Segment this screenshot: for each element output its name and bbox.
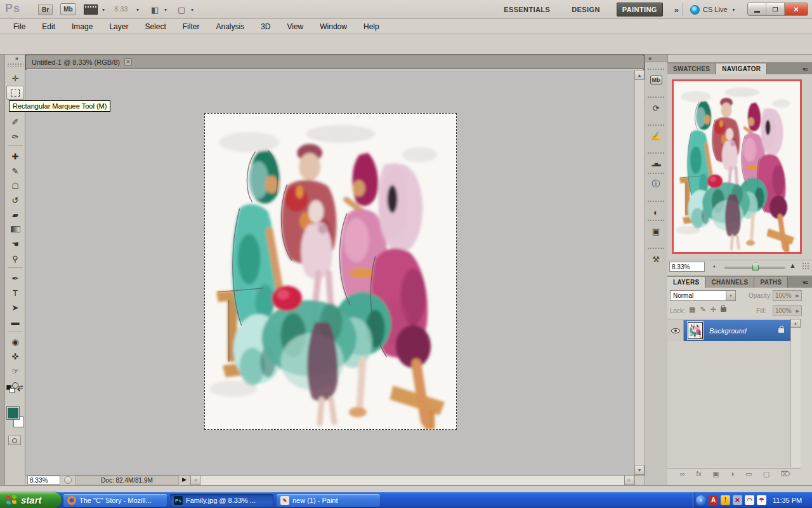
layers-panel-menu-icon[interactable]: ▾≡ — [802, 279, 812, 288]
workspace-painting[interactable]: PAINTING — [617, 3, 663, 17]
zoom-level-value[interactable]: 8.33 — [114, 5, 128, 13]
eraser-tool[interactable]: ▰ — [8, 208, 23, 222]
history-panel-icon[interactable]: ⟳ — [648, 100, 664, 116]
task-photoshop[interactable]: PsFamily.jpg @ 8.33% ... — [170, 494, 273, 507]
navigator-panel-menu-icon[interactable]: ▾≡ — [802, 66, 812, 74]
opacity-value-box[interactable]: 100% ▶ — [773, 290, 802, 301]
dock-expand-icon[interactable]: « — [648, 55, 652, 62]
menu-3d[interactable]: 3D — [252, 20, 278, 34]
document-tab-0[interactable]: Untitled-1 @ 8.33% (RGB/8)✕ — [25, 55, 645, 69]
status-options-arrow-icon[interactable]: ▶ — [182, 476, 187, 483]
history-brush-tool[interactable]: ↺ — [8, 193, 23, 207]
brush-tool[interactable]: ✎ — [8, 164, 23, 178]
rectangular-marquee-tool[interactable] — [6, 86, 24, 100]
menu-analysis[interactable]: Analysis — [207, 20, 252, 34]
delete-layer-icon[interactable]: ⌦ — [780, 470, 790, 478]
lock-pixels-icon[interactable]: ✎ — [700, 305, 705, 314]
dock-group-grip[interactable] — [647, 152, 665, 155]
scroll-up-button[interactable]: ▲ — [634, 70, 645, 80]
tab-paths[interactable]: PATHS — [754, 277, 788, 288]
restore-button[interactable] — [766, 3, 785, 15]
launch-bridge-button[interactable]: Br — [38, 4, 53, 15]
horizontal-scrollbar[interactable] — [190, 475, 634, 485]
scroll-left-button[interactable]: ◀ — [190, 475, 200, 485]
document-image-with-selection-marquee[interactable] — [204, 113, 457, 430]
dodge-tool[interactable]: ⚲ — [8, 251, 23, 265]
task-paint[interactable]: ✎new (1) - Paint — [277, 494, 380, 507]
adobe-reader-icon[interactable]: A — [709, 495, 718, 505]
menu-view[interactable]: View — [278, 20, 311, 34]
navigator-proxy-preview[interactable] — [672, 79, 802, 254]
link-layers-icon[interactable]: ∞ — [680, 470, 685, 478]
histogram-panel-icon[interactable]: ▂▅▃ — [648, 156, 664, 171]
tools-extra-panel-icon[interactable]: ⚒ — [648, 251, 664, 267]
3d-rotate-tool[interactable]: ◉ — [8, 335, 23, 349]
dock-group-grip[interactable] — [647, 124, 665, 127]
tools-panel-expand-icon[interactable]: » — [15, 55, 18, 62]
navigator-zoom-in-icon[interactable]: ▲ — [789, 262, 796, 269]
tab-channels[interactable]: CHANNELS — [705, 277, 754, 288]
layer-visibility-cell[interactable] — [667, 320, 684, 341]
document-size-info[interactable]: Doc: 82.4M/81.9M — [75, 476, 179, 485]
layers-scrollbar[interactable] — [790, 319, 801, 467]
mini-bridge-panel-icon[interactable]: Mb — [648, 72, 664, 88]
3d-pan-tool[interactable]: ✜ — [8, 349, 23, 363]
spot-healing-brush-tool[interactable]: ✚ — [8, 149, 23, 163]
navigator-resize-grip[interactable] — [802, 262, 809, 270]
menu-file[interactable]: File — [5, 20, 34, 34]
quick-selection-tool[interactable]: ✐ — [8, 115, 23, 129]
layer-row-background[interactable]: Background — [667, 320, 790, 341]
arrange-documents-icon[interactable]: ◧ — [151, 5, 159, 15]
scroll-down-button[interactable]: ▼ — [634, 465, 645, 475]
fill-value-box[interactable]: 100% ▶ — [773, 305, 802, 316]
menu-image[interactable]: Image — [63, 20, 101, 34]
view-extras-dropdown-icon[interactable]: ▾ — [102, 7, 105, 13]
tray-collapse-icon[interactable]: ‹ — [696, 495, 706, 505]
menu-select[interactable]: Select — [136, 20, 174, 34]
tool-presets-panel-icon[interactable]: ✍ — [648, 128, 664, 144]
tools-panel-grip[interactable] — [7, 63, 23, 67]
cs-live-control[interactable]: CS Live ▾ — [690, 0, 735, 19]
dock-group-grip[interactable] — [647, 219, 665, 222]
tab-navigator[interactable]: NAVIGATOR — [716, 64, 767, 74]
menu-help[interactable]: Help — [355, 20, 388, 34]
navigator-zoom-input[interactable] — [669, 262, 705, 272]
new-layer-icon[interactable]: ▢ — [763, 470, 769, 478]
layer-thumbnail[interactable] — [688, 322, 703, 339]
task-firefox[interactable]: The "C" Story - Mozill... — [63, 494, 167, 507]
dock-group-grip[interactable] — [647, 247, 665, 250]
zoom-level-dropdown-icon[interactable]: ▾ — [136, 7, 139, 13]
new-group-icon[interactable]: ▭ — [745, 470, 752, 478]
dock-group-grip[interactable] — [647, 96, 665, 99]
menu-window[interactable]: Window — [311, 20, 355, 34]
scroll-right-button[interactable]: ▶ — [624, 475, 634, 485]
move-tool[interactable]: ✛ — [8, 71, 23, 85]
clone-stamp-tool[interactable]: ☖ — [8, 178, 23, 192]
smudge-tool[interactable]: ☚ — [8, 237, 23, 251]
minimize-button[interactable] — [748, 3, 766, 15]
eyedropper-tool[interactable]: ✑ — [8, 130, 23, 144]
info-panel-icon[interactable]: ⓘ — [648, 177, 664, 192]
vertical-scrollbar[interactable] — [634, 70, 645, 475]
new-adjustment-layer-icon[interactable]: ◑ — [730, 470, 735, 478]
status-zoom-input[interactable] — [27, 476, 60, 485]
add-layer-mask-icon[interactable]: ▣ — [712, 470, 719, 478]
blend-mode-select[interactable]: Normal ▾ — [670, 290, 736, 301]
gradient-tool[interactable] — [8, 222, 23, 236]
workspace-essentials[interactable]: ESSENTIALS — [499, 3, 555, 16]
tab-swatches[interactable]: SWATCHES — [667, 64, 716, 74]
arrange-documents-dropdown-icon[interactable]: ▾ — [164, 7, 167, 13]
quick-mask-button[interactable] — [8, 436, 21, 445]
tab-layers[interactable]: LAYERS — [667, 277, 705, 288]
path-selection-tool[interactable]: ➤ — [8, 300, 23, 314]
layers-scroll-up-button[interactable]: ▲ — [790, 319, 801, 328]
view-extras-icon[interactable] — [84, 4, 98, 15]
type-tool[interactable]: T — [8, 286, 23, 300]
navigator-zoom-out-icon[interactable]: ▴ — [713, 264, 716, 269]
dock-group-grip[interactable] — [647, 68, 665, 71]
dock-group-grip[interactable] — [647, 200, 665, 203]
pen-tool[interactable]: ✒ — [8, 271, 23, 285]
screen-mode-icon[interactable]: ▢ — [178, 5, 185, 15]
security-shield-icon[interactable]: ! — [721, 495, 730, 505]
dock-group-grip[interactable] — [647, 172, 665, 175]
